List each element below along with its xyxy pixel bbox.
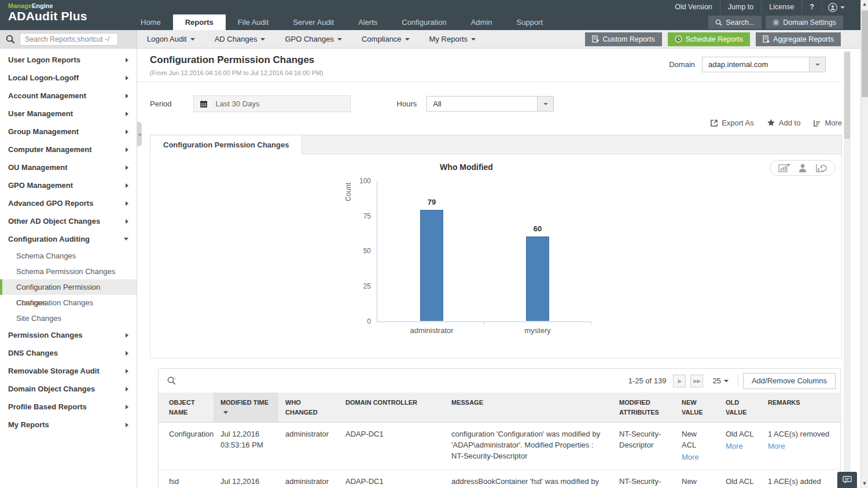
- old-value-more-link[interactable]: More: [726, 441, 743, 452]
- global-search-button[interactable]: Search...: [708, 16, 762, 29]
- menu-compliance[interactable]: Compliance: [352, 30, 420, 49]
- sidebar-subitem-configuration-changes[interactable]: Configuration Changes: [0, 295, 137, 310]
- sidebar-item-local-logon-logoff[interactable]: Local Logon-Logoff: [0, 69, 137, 87]
- export-as-button[interactable]: Export As: [710, 119, 754, 127]
- remarks-more-link[interactable]: More: [768, 441, 785, 452]
- hours-select[interactable]: All: [426, 96, 554, 112]
- sidebar-item-configuration-auditing[interactable]: Configuration Auditing: [0, 230, 137, 248]
- page-size-select[interactable]: 25: [708, 376, 733, 385]
- col-object-name[interactable]: OBJECT NAME: [159, 393, 214, 423]
- table-search-icon[interactable]: [167, 376, 176, 386]
- more-actions-button[interactable]: More: [813, 119, 842, 127]
- sidebar-subitem-configuration-permission-changes[interactable]: Configuration Permission Changes: [0, 279, 137, 295]
- menu-my-reports[interactable]: My Reports: [420, 30, 486, 49]
- user-menu[interactable]: [822, 3, 851, 12]
- nav-tab-alerts[interactable]: Alerts: [346, 14, 389, 30]
- cell-object-name: Configuration: [159, 423, 214, 470]
- chevron-down-icon: [405, 38, 410, 40]
- scroll-down-arrow[interactable]: ▼: [861, 479, 868, 488]
- menu-ad-changes[interactable]: AD Changes: [205, 30, 275, 49]
- menu-logon-audit[interactable]: Logon Audit: [137, 30, 205, 49]
- nav-tab-home[interactable]: Home: [128, 14, 173, 30]
- cell-message: addressBookContainer 'fsd' was modified …: [444, 469, 612, 488]
- domain-settings-button[interactable]: Domain Settings: [766, 16, 843, 29]
- chevron-right-icon: [126, 369, 128, 374]
- col-message[interactable]: MESSAGE: [444, 393, 612, 423]
- sidebar-item-other-ad-object-changes[interactable]: Other AD Object Changes: [0, 212, 137, 230]
- tab-configuration-permission-changes[interactable]: Configuration Permission Changes: [150, 135, 302, 154]
- logo-brand-green: Manage: [8, 2, 32, 9]
- user-chart-icon[interactable]: [798, 163, 807, 173]
- sidebar-subitem-site-changes[interactable]: Site Changes: [0, 310, 137, 326]
- help-icon[interactable]: ?: [801, 0, 822, 14]
- sidebar-collapse-handle[interactable]: ◄: [137, 122, 142, 146]
- nav-tab-server-audit[interactable]: Server Audit: [281, 14, 346, 30]
- add-chart-icon[interactable]: [778, 163, 790, 173]
- y-tick: 0: [350, 317, 371, 326]
- chart-area: Who Modified Count 100 75 50 25 0 79 60 …: [150, 154, 842, 358]
- old-version-link[interactable]: Old Version: [667, 0, 720, 14]
- sidebar-subitem-schema-changes[interactable]: Schema Changes: [0, 248, 137, 264]
- cell-object-name: fsd: [159, 469, 214, 488]
- add-remove-columns-button[interactable]: Add/Remove Columns: [743, 373, 836, 389]
- y-tick: 25: [350, 282, 371, 290]
- results-table: OBJECT NAME MODIFIED TIME WHO CHANGED DO…: [159, 393, 841, 488]
- schedule-reports-button[interactable]: Schedule Reports: [668, 32, 750, 46]
- license-link[interactable]: License: [761, 0, 801, 14]
- last-page-button[interactable]: ▶▶: [690, 375, 703, 387]
- add-to-button[interactable]: Add to: [767, 119, 801, 127]
- sidebar-item-my-reports[interactable]: My Reports: [0, 416, 137, 434]
- sidebar-subitem-schema-permission-changes[interactable]: Schema Permission Changes: [0, 264, 137, 279]
- bar-administrator[interactable]: [420, 210, 443, 321]
- col-remarks[interactable]: REMARKS: [761, 393, 841, 423]
- scroll-up-arrow[interactable]: ▲: [861, 0, 868, 9]
- table-header-row: OBJECT NAME MODIFIED TIME WHO CHANGED DO…: [159, 393, 841, 423]
- report-panel: Configuration Permission Changes Who Mod…: [150, 135, 842, 358]
- custom-reports-button[interactable]: Custom Reports: [585, 32, 661, 46]
- col-who-changed[interactable]: WHO CHANGED: [278, 393, 339, 423]
- sidebar-item-gpo-management[interactable]: GPO Management: [0, 176, 137, 194]
- bar-mystery[interactable]: [526, 236, 549, 321]
- period-picker[interactable]: Last 30 Days: [193, 95, 351, 112]
- sidebar-item-user-logon-reports[interactable]: User Logon Reports: [0, 51, 137, 69]
- cell-modified-attributes: NT-Security-Descriptor: [612, 423, 675, 470]
- aggregate-reports-button[interactable]: Aggregate Reports: [756, 32, 841, 46]
- refresh-chart-icon[interactable]: [815, 163, 827, 173]
- new-value-more-link[interactable]: More: [682, 452, 699, 463]
- page-scrollbar-thumb[interactable]: [862, 10, 868, 97]
- nav-tab-reports[interactable]: Reports: [173, 14, 226, 30]
- sidebar-item-dns-changes[interactable]: DNS Changes: [0, 344, 137, 362]
- x-tick: [484, 321, 484, 325]
- sidebar-item-permission-changes[interactable]: Permission Changes: [0, 326, 137, 344]
- chevron-right-icon: [126, 112, 128, 116]
- col-new-value[interactable]: NEW VALUE: [675, 393, 719, 423]
- logo-brand-white: Engine: [32, 2, 53, 9]
- feedback-chat-button[interactable]: [837, 472, 857, 488]
- sidebar-item-advanced-gpo-reports[interactable]: Advanced GPO Reports: [0, 194, 137, 212]
- nav-tab-file-audit[interactable]: File Audit: [226, 14, 281, 30]
- sidebar-item-removable-storage-audit[interactable]: Removable Storage Audit: [0, 362, 137, 380]
- menu-gpo-changes[interactable]: GPO Changes: [275, 30, 352, 49]
- page-scrollbar[interactable]: ▲ ▼: [860, 0, 868, 488]
- sidebar-item-domain-object-changes[interactable]: Domain Object Changes: [0, 380, 137, 398]
- sidebar-item-account-management[interactable]: Account Management: [0, 87, 137, 105]
- jump-to-link[interactable]: Jump to: [720, 0, 761, 14]
- sidebar-item-computer-management[interactable]: Computer Management: [0, 141, 137, 158]
- sidebar-item-ou-management[interactable]: OU Management: [0, 158, 137, 176]
- nav-tab-support[interactable]: Support: [505, 14, 556, 30]
- sidebar-item-profile-based-reports[interactable]: Profile Based Reports: [0, 398, 137, 416]
- sidebar-item-user-management[interactable]: User Management: [0, 105, 137, 123]
- search-reports-input[interactable]: [20, 33, 118, 46]
- nav-tab-configuration[interactable]: Configuration: [389, 14, 458, 30]
- col-domain-controller[interactable]: DOMAIN CONTROLLER: [339, 393, 444, 423]
- domain-select[interactable]: adap.internal.com: [702, 57, 826, 72]
- col-modified-attributes[interactable]: MODIFIED ATTRIBUTES: [612, 393, 675, 423]
- content-scrollbar-thumb[interactable]: [844, 52, 850, 139]
- sidebar-item-group-management[interactable]: Group Management: [0, 123, 137, 141]
- col-modified-time[interactable]: MODIFIED TIME: [214, 393, 278, 423]
- chevron-down-icon: [124, 238, 128, 241]
- col-old-value[interactable]: OLD VALUE: [719, 393, 761, 423]
- nav-tab-admin[interactable]: Admin: [459, 14, 505, 30]
- next-page-button[interactable]: ▶: [673, 375, 686, 387]
- content-scrollbar[interactable]: [844, 51, 851, 488]
